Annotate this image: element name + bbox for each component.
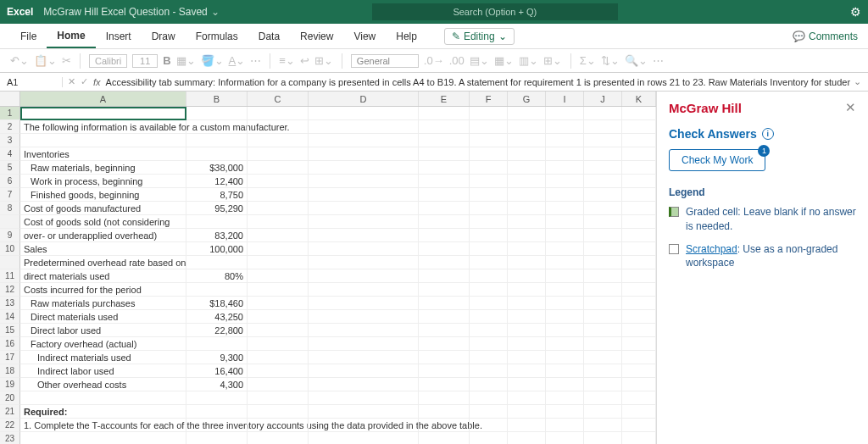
scratchpad-link[interactable]: Scratchpad [686,243,737,255]
decimal-dec-icon[interactable]: .0→ [424,54,444,67]
paste-icon[interactable]: 📋⌄ [34,54,57,67]
col-header-i[interactable]: I [546,92,584,106]
merge-icon[interactable]: ⊞⌄ [314,54,333,67]
tab-draw[interactable]: Draw [142,24,186,48]
app-name: Excel [7,6,33,18]
undo-icon[interactable]: ↶⌄ [10,54,29,67]
format-painter-icon[interactable]: ✂ [62,54,71,67]
legend-title: Legend [669,186,856,198]
col-header-a[interactable]: A [20,92,186,106]
editing-mode-button[interactable]: ✎ Editing ⌄ [444,28,515,45]
rows: 1 2The following information is availabl… [0,107,656,444]
col-header-c[interactable]: C [248,92,309,106]
more-icon[interactable]: ⋯ [250,54,261,67]
info-icon[interactable]: i [762,128,774,140]
formula-bar: A1 ✕ ✓ fx Accessibility tab summary: Inf… [0,73,868,92]
table-style-icon[interactable]: ▦⌄ [494,54,514,67]
decimal-inc-icon[interactable]: .00 [449,54,465,67]
fill-color-icon[interactable]: 🪣⌄ [201,54,224,67]
ribbon-tabs: File Home Insert Draw Formulas Data Revi… [0,24,868,49]
legend-graded-text: Graded cell: Leave blank if no answer is… [686,205,856,234]
col-header-f[interactable]: F [470,92,508,106]
name-box[interactable]: A1 [3,77,63,87]
close-icon[interactable]: ✕ [845,100,856,115]
attempts-badge: 1 [758,145,770,157]
bold-button[interactable]: B [163,54,170,67]
cancel-icon[interactable]: ✕ [68,76,75,87]
formula-content[interactable]: Accessibility tab summary: Information f… [106,77,850,87]
spreadsheet-grid[interactable]: A B C D E F G I J K 1 2The following inf… [0,92,656,444]
formula-expand-icon[interactable]: ⌄ [850,76,865,87]
row-header[interactable]: 1 [0,107,20,120]
select-all-corner[interactable] [0,92,20,106]
col-header-g[interactable]: G [508,92,546,106]
tab-review[interactable]: Review [290,24,343,48]
tab-home[interactable]: Home [47,24,95,48]
tab-view[interactable]: View [343,24,386,48]
tab-file[interactable]: File [10,24,47,48]
dropdown-icon[interactable]: ⌄ [211,6,220,18]
document-name[interactable]: McGraw Hill Excel Question - Saved [43,6,207,18]
pencil-icon: ✎ [452,31,460,42]
fx-icon[interactable]: fx [93,77,101,87]
tab-help[interactable]: Help [386,24,427,48]
chevron-down-icon: ⌄ [498,31,507,42]
cell-style-icon[interactable]: ▥⌄ [519,54,538,67]
tab-data[interactable]: Data [248,24,290,48]
col-header-d[interactable]: D [309,92,419,106]
number-format-select[interactable]: General [351,54,419,68]
search-input[interactable]: Search (Option + Q) [372,3,618,20]
brand-title: McGraw Hill [669,101,742,115]
font-color-icon[interactable]: A⌄ [229,54,246,67]
mcgraw-hill-panel: McGraw Hill ✕ Check Answers i Check My W… [656,92,868,444]
title-bar: Excel McGraw Hill Excel Question - Saved… [0,0,868,24]
font-select[interactable]: Calibri [89,54,127,68]
gear-icon[interactable]: ⚙ [850,5,861,19]
tab-formulas[interactable]: Formulas [186,24,248,48]
more2-icon[interactable]: ⋯ [653,54,664,67]
col-header-e[interactable]: E [419,92,470,106]
legend-scratch-text: Scratchpad: Use as a non-graded workspac… [686,242,856,271]
col-header-j[interactable]: J [584,92,622,106]
cell-a1[interactable] [20,107,186,120]
border-icon[interactable]: ▦⌄ [176,54,196,67]
cond-format-icon[interactable]: ▤⌄ [470,54,489,67]
ribbon-toolbar: ↶⌄ 📋⌄ ✂ Calibri 11 B ▦⌄ 🪣⌄ A⌄ ⋯ ≡⌄ ↩ ⊞⌄ … [0,49,868,73]
sort-icon[interactable]: ⇅⌄ [601,54,620,67]
col-header-k[interactable]: K [622,92,656,106]
cell[interactable]: The following information is available f… [20,120,186,134]
comment-icon: 💬 [793,31,805,42]
comments-button[interactable]: 💬 Comments [793,31,858,42]
tab-insert[interactable]: Insert [96,24,142,48]
find-icon[interactable]: 🔍⌄ [625,54,648,67]
column-headers: A B C D E F G I J K [0,92,656,107]
graded-swatch-icon [669,207,679,217]
scratchpad-swatch-icon [669,244,679,254]
align-icon[interactable]: ≡⌄ [279,54,295,67]
sum-icon[interactable]: Σ⌄ [580,54,596,67]
check-answers-title: Check Answers [669,127,757,141]
font-size-select[interactable]: 11 [132,54,158,68]
col-header-b[interactable]: B [186,92,248,106]
check-my-work-button[interactable]: Check My Work 1 [669,149,765,171]
wrap-icon[interactable]: ↩ [300,54,309,67]
confirm-icon[interactable]: ✓ [81,76,88,87]
insert-cells-icon[interactable]: ⊞⌄ [543,54,562,67]
